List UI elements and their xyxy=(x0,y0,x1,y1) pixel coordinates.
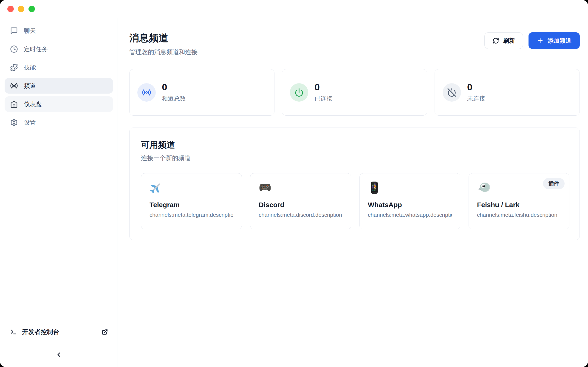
sidebar-item-label: 仪表盘 xyxy=(24,100,42,108)
channel-name: Discord xyxy=(259,201,342,209)
channel-card-feishu[interactable]: 插件 Feishu / Lark channels:meta.feishu.de… xyxy=(468,173,569,229)
available-channels-title: 可用频道 xyxy=(141,139,569,151)
sidebar-collapse-button[interactable] xyxy=(52,349,66,361)
sidebar-item-label: 频道 xyxy=(24,82,36,90)
close-button[interactable] xyxy=(7,6,14,12)
stat-value: 0 xyxy=(467,82,485,92)
stat-label: 频道总数 xyxy=(162,94,186,102)
channel-description: channels:meta.discord.description xyxy=(259,212,342,218)
channel-grid: Telegram channels:meta.telegram.descript… xyxy=(141,173,569,229)
sidebar-item-label: 技能 xyxy=(24,64,36,72)
refresh-icon xyxy=(493,37,499,44)
sidebar-item-channels[interactable]: 频道 xyxy=(5,78,113,94)
radio-icon xyxy=(10,82,18,90)
app-window: 聊天 定时任务 技能 xyxy=(0,0,588,367)
stat-card-total-channels: 0 频道总数 xyxy=(129,69,275,116)
sidebar-item-scheduled-tasks[interactable]: 定时任务 xyxy=(5,41,113,57)
stat-card-disconnected: 0 未连接 xyxy=(435,69,580,116)
stats-row: 0 频道总数 0 已连接 xyxy=(129,69,580,116)
add-channel-button[interactable]: 添加频道 xyxy=(528,32,580,49)
channel-card-whatsapp[interactable]: WhatsApp channels:meta.whatsapp.descript… xyxy=(359,173,460,229)
power-off-icon xyxy=(443,83,461,102)
plus-icon xyxy=(537,37,544,44)
main-content: 消息频道 管理您的消息频道和连接 刷新 添加频道 xyxy=(118,18,588,367)
home-icon xyxy=(10,100,18,108)
power-icon xyxy=(290,83,308,102)
stat-card-connected: 0 已连接 xyxy=(282,69,427,116)
sidebar-nav: 聊天 定时任务 技能 xyxy=(0,18,118,133)
sidebar-footer: 开发者控制台 xyxy=(0,325,118,367)
gamepad-emoji xyxy=(259,191,271,195)
channel-card-telegram[interactable]: Telegram channels:meta.telegram.descript… xyxy=(141,173,242,229)
phone-emoji xyxy=(368,191,381,195)
available-channels-section: 可用频道 连接一个新的频道 Telegram channels:meta.tel… xyxy=(129,127,580,240)
refresh-button-label: 刷新 xyxy=(503,37,515,45)
page-subtitle: 管理您的消息频道和连接 xyxy=(129,48,198,56)
sidebar-item-label: 定时任务 xyxy=(24,45,48,53)
stat-label: 已连接 xyxy=(314,94,332,102)
refresh-button[interactable]: 刷新 xyxy=(484,32,523,49)
channel-name: WhatsApp xyxy=(368,201,452,209)
stat-label: 未连接 xyxy=(467,94,485,102)
developer-console-link[interactable]: 开发者控制台 xyxy=(0,325,118,339)
channel-card-discord[interactable]: Discord channels:meta.discord.descriptio… xyxy=(250,173,351,229)
page-title: 消息频道 xyxy=(129,32,198,44)
channel-description: channels:meta.feishu.description xyxy=(477,212,561,218)
available-channels-subtitle: 连接一个新的频道 xyxy=(141,154,569,162)
sidebar-item-chat[interactable]: 聊天 xyxy=(5,23,113,39)
add-channel-button-label: 添加频道 xyxy=(548,37,571,45)
terminal-icon xyxy=(10,328,17,335)
sidebar-item-settings[interactable]: 设置 xyxy=(5,115,113,130)
channel-name: Feishu / Lark xyxy=(477,201,561,209)
sidebar-item-skills[interactable]: 技能 xyxy=(5,60,113,75)
chevron-left-icon xyxy=(55,351,62,359)
stat-value: 0 xyxy=(314,82,332,92)
developer-console-label: 开发者控制台 xyxy=(22,328,102,336)
sidebar: 聊天 定时任务 技能 xyxy=(0,18,118,367)
titlebar xyxy=(0,0,588,18)
radio-icon xyxy=(137,83,156,102)
sidebar-item-dashboard[interactable]: 仪表盘 xyxy=(5,96,113,112)
airplane-emoji xyxy=(149,191,162,195)
clock-icon xyxy=(10,45,18,53)
sidebar-item-label: 聊天 xyxy=(24,27,36,35)
plugin-badge: 插件 xyxy=(543,178,565,189)
channel-description: channels:meta.telegram.description xyxy=(149,212,233,218)
channel-name: Telegram xyxy=(149,201,233,209)
channel-description: channels:meta.whatsapp.description xyxy=(368,212,452,218)
stat-value: 0 xyxy=(162,82,186,92)
minimize-button[interactable] xyxy=(18,6,24,12)
sidebar-item-label: 设置 xyxy=(24,119,36,127)
bird-emoji xyxy=(477,191,490,195)
puzzle-icon xyxy=(10,64,18,71)
zoom-button[interactable] xyxy=(28,6,35,12)
page-header: 消息频道 管理您的消息频道和连接 刷新 添加频道 xyxy=(129,32,580,56)
chat-bubble-icon xyxy=(10,27,18,35)
gear-icon xyxy=(10,119,18,126)
external-link-icon xyxy=(102,329,108,335)
